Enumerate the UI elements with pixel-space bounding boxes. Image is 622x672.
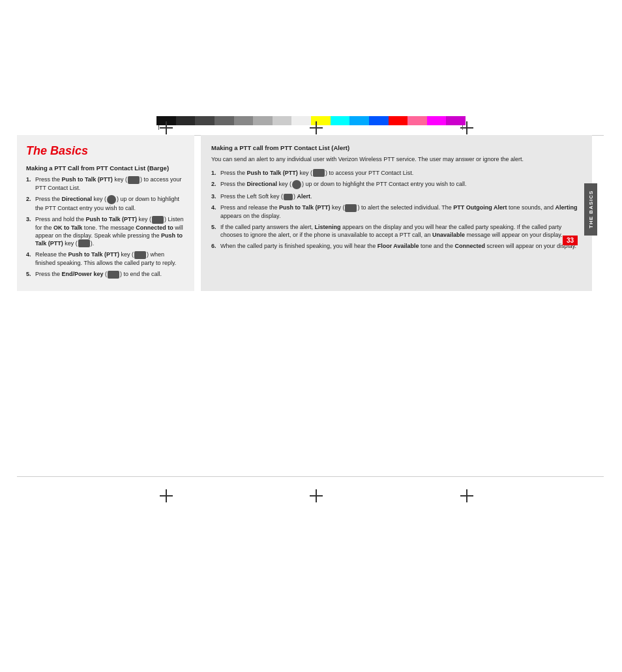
crosshair-bottom [310, 489, 323, 502]
r-step-text-5: If the called party answers the alert, L… [220, 223, 583, 239]
r-step-text-1: Press the Push to Talk (PTT) key () to a… [220, 169, 583, 177]
step-text-5: Press the End/Power key () to end the ca… [35, 270, 185, 279]
r-soft-key-3 [284, 194, 293, 200]
tick-right [462, 125, 463, 130]
main-content: The Basics Making a PTT Call from PTT Co… [17, 135, 604, 291]
r-step-2: 2. Press the Directional key () up or do… [211, 180, 583, 189]
ptt-key-icon [128, 176, 140, 184]
right-column: Making a PTT call from PTT Contact List … [201, 135, 592, 291]
step-num-1: 1. [26, 176, 35, 183]
step-num-3: 3. [26, 215, 35, 223]
step-3: 3. Press and hold the Push to Talk (PTT)… [26, 215, 185, 248]
page-number: 33 [563, 236, 578, 245]
r-step-text-2: Press the Directional key () up or down … [220, 180, 583, 189]
section-title: The Basics [26, 144, 185, 158]
right-steps: 1. Press the Push to Talk (PTT) key () t… [211, 169, 583, 251]
r-step-1: 1. Press the Push to Talk (PTT) key () t… [211, 169, 583, 177]
crosshair-top-left [160, 121, 173, 134]
r-step-num-6: 6. [211, 242, 220, 250]
r-step-num-2: 2. [211, 180, 220, 188]
left-subsection-title: Making a PTT Call from PTT Contact List … [26, 164, 185, 172]
right-col-inner: Making a PTT call from PTT Contact List … [211, 144, 583, 251]
r-step-5: 5. If the called party answers the alert… [211, 223, 583, 239]
intro-text: You can send an alert to any individual … [211, 155, 583, 164]
r-nav-key-2 [292, 180, 301, 189]
r-step-3: 3. Press the Left Soft key () Alert. [211, 192, 583, 200]
r-step-6: 6. When the called party is finished spe… [211, 242, 583, 250]
r-step-num-1: 1. [211, 169, 220, 177]
step-5: 5. Press the End/Power key () to end the… [26, 270, 185, 279]
ptt-key-icon-4 [134, 251, 146, 259]
crosshair-bottom-left [160, 489, 173, 502]
r-step-num-3: 3. [211, 192, 220, 200]
ptt-key-icon-3 [152, 216, 164, 224]
step-1: 1. Press the Push to Talk (PTT) key () t… [26, 176, 185, 192]
ptt-key-icon-3b [78, 239, 90, 247]
right-subsection-title: Making a PTT call from PTT Contact List … [211, 144, 583, 151]
step-num-4: 4. [26, 251, 35, 258]
step-text-3: Press and hold the Push to Talk (PTT) ke… [35, 215, 185, 248]
left-steps: 1. Press the Push to Talk (PTT) key () t… [26, 176, 185, 279]
step-text-2: Press the Directional key () up or down … [35, 195, 185, 212]
step-text-4: Release the Push to Talk (PTT) key () wh… [35, 251, 185, 267]
r-step-text-4: Press and release the Push to Talk (PTT)… [220, 204, 583, 220]
step-text-1: Press the Push to Talk (PTT) key () to a… [35, 176, 185, 192]
crosshair-bottom-right [460, 489, 473, 502]
r-ptt-key-4 [345, 204, 357, 212]
r-step-num-5: 5. [211, 223, 220, 231]
power-key-icon [108, 271, 119, 279]
tick-left [158, 125, 159, 130]
r-step-num-4: 4. [211, 204, 220, 211]
r-ptt-key-1 [313, 169, 325, 177]
sidebar-label: THE BASICS [584, 183, 597, 236]
step-num-5: 5. [26, 270, 35, 278]
nav-key-icon [107, 195, 116, 204]
step-2: 2. Press the Directional key () up or do… [26, 195, 185, 212]
bottom-rule [17, 476, 604, 477]
r-step-text-3: Press the Left Soft key () Alert. [220, 192, 583, 200]
step-4: 4. Release the Push to Talk (PTT) key ()… [26, 251, 185, 267]
r-step-text-6: When the called party is finished speaki… [220, 242, 583, 250]
step-num-2: 2. [26, 195, 35, 203]
left-column: The Basics Making a PTT Call from PTT Co… [17, 135, 194, 291]
crosshair-top [310, 121, 323, 134]
r-step-4: 4. Press and release the Push to Talk (P… [211, 204, 583, 220]
